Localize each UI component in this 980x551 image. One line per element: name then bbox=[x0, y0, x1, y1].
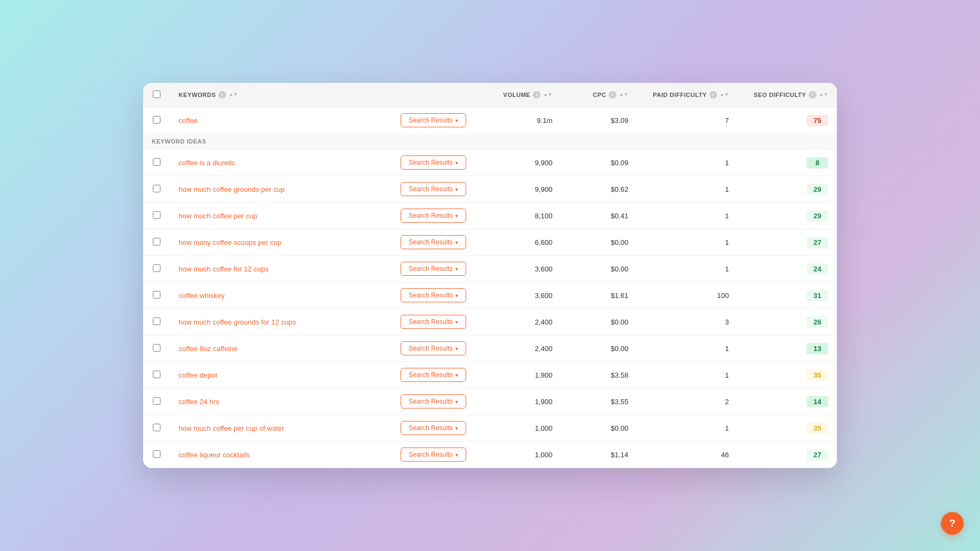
keyword-ideas-label: KEYWORD IDEAS bbox=[143, 134, 837, 150]
volume-header[interactable]: VOLUME i ▲▼ bbox=[485, 83, 561, 107]
keyword-link-7[interactable]: coffee 8oz caffeine bbox=[179, 345, 238, 353]
seo-cell-7: 13 bbox=[738, 335, 837, 362]
results-cell-0: Search Results ▾ bbox=[392, 150, 485, 176]
keyword-link-4[interactable]: how much coffee for 12 cups bbox=[179, 265, 269, 273]
keyword-link-0[interactable]: coffee is a diuretic bbox=[179, 159, 236, 167]
volume-cell-5: 3,600 bbox=[485, 282, 561, 309]
volume-cell-9: 1,900 bbox=[485, 388, 561, 415]
seo-badge-2: 29 bbox=[807, 210, 828, 222]
main-keyword-cell: coffee bbox=[170, 107, 392, 134]
chevron-9: ▾ bbox=[455, 399, 458, 405]
search-results-btn-5[interactable]: Search Results ▾ bbox=[401, 288, 466, 302]
chevron-11: ▾ bbox=[455, 452, 458, 458]
keywords-sort-icon[interactable]: ▲▼ bbox=[229, 93, 238, 97]
cpc-cell-5: $1.61 bbox=[561, 282, 637, 309]
select-all-checkbox[interactable] bbox=[153, 90, 160, 98]
keywords-header[interactable]: KEYWORDS i ▲▼ bbox=[170, 83, 392, 107]
paid-cell-4: 1 bbox=[637, 256, 738, 282]
results-cell-11: Search Results ▾ bbox=[392, 442, 485, 468]
row-checkbox-7[interactable] bbox=[153, 344, 160, 352]
keyword-link-6[interactable]: how much coffee grounds for 12 cups bbox=[179, 318, 296, 326]
keyword-row: coffee depot Search Results ▾ 1,900 $3.5… bbox=[143, 362, 837, 388]
keyword-link-3[interactable]: how many coffee scoops per cup bbox=[179, 238, 282, 247]
row-checkbox-11[interactable] bbox=[153, 450, 160, 458]
keyword-link-1[interactable]: how much coffee grounds per cup bbox=[179, 185, 285, 193]
keyword-link-5[interactable]: coffee whiskey bbox=[179, 291, 225, 300]
results-cell-4: Search Results ▾ bbox=[392, 256, 485, 282]
seo-info-icon[interactable]: i bbox=[809, 91, 816, 99]
volume-info-icon[interactable]: i bbox=[533, 91, 540, 99]
paid-difficulty-header[interactable]: PAID DIFFICULTY i ▲▼ bbox=[637, 83, 738, 107]
keyword-link-9[interactable]: coffee 24 hrs bbox=[179, 398, 220, 406]
row-checkbox-4[interactable] bbox=[153, 264, 160, 272]
row-checkbox-cell-4 bbox=[143, 256, 170, 282]
seo-badge-1: 29 bbox=[807, 184, 828, 195]
search-results-btn-6[interactable]: Search Results ▾ bbox=[401, 315, 466, 329]
search-results-btn-4[interactable]: Search Results ▾ bbox=[401, 262, 466, 276]
search-results-btn-7[interactable]: Search Results ▾ bbox=[401, 341, 466, 355]
keyword-row: coffee whiskey Search Results ▾ 3,600 $1… bbox=[143, 282, 837, 309]
keyword-cell-2: how much coffee per cup bbox=[170, 203, 392, 229]
search-results-btn-9[interactable]: Search Results ▾ bbox=[401, 394, 466, 409]
volume-cell-1: 9,900 bbox=[485, 176, 561, 203]
paid-info-icon[interactable]: i bbox=[710, 91, 717, 99]
search-results-btn-8[interactable]: Search Results ▾ bbox=[401, 368, 466, 382]
main-card: KEYWORDS i ▲▼ VOLUME i ▲▼ bbox=[143, 83, 837, 468]
cpc-sort-icon[interactable]: ▲▼ bbox=[619, 93, 628, 97]
seo-cell-10: 35 bbox=[738, 415, 837, 442]
main-search-results-btn[interactable]: Search Results ▾ bbox=[401, 113, 466, 127]
main-keyword-link[interactable]: coffee bbox=[179, 116, 198, 125]
search-results-btn-2[interactable]: Search Results ▾ bbox=[401, 209, 466, 223]
keyword-row: how much coffee per cup Search Results ▾… bbox=[143, 203, 837, 229]
seo-badge-4: 24 bbox=[807, 263, 828, 275]
row-checkbox-9[interactable] bbox=[153, 397, 160, 405]
row-checkbox-cell-7 bbox=[143, 335, 170, 362]
cpc-cell-11: $1.14 bbox=[561, 442, 637, 468]
search-results-btn-11[interactable]: Search Results ▾ bbox=[401, 448, 466, 462]
row-checkbox-8[interactable] bbox=[153, 371, 160, 378]
seo-badge-10: 35 bbox=[807, 423, 828, 434]
cpc-header[interactable]: CPC i ▲▼ bbox=[561, 83, 637, 107]
main-seo-cell: 75 bbox=[738, 107, 837, 134]
paid-sort-icon[interactable]: ▲▼ bbox=[720, 93, 729, 97]
seo-badge-11: 27 bbox=[807, 449, 828, 461]
row-checkbox-cell-6 bbox=[143, 309, 170, 335]
volume-cell-4: 3,600 bbox=[485, 256, 561, 282]
seo-difficulty-header[interactable]: SEO DIFFICULTY i ▲▼ bbox=[738, 83, 837, 107]
search-results-btn-0[interactable]: Search Results ▾ bbox=[401, 155, 466, 170]
select-all-header bbox=[143, 83, 170, 107]
results-cell-6: Search Results ▾ bbox=[392, 309, 485, 335]
results-label-11: Search Results bbox=[409, 451, 453, 458]
keyword-link-11[interactable]: coffee liqueur cocktails bbox=[179, 451, 250, 459]
volume-cell-0: 9,900 bbox=[485, 150, 561, 176]
keywords-info-icon[interactable]: i bbox=[218, 91, 226, 99]
row-checkbox-1[interactable] bbox=[153, 185, 160, 192]
volume-cell-8: 1,900 bbox=[485, 362, 561, 388]
volume-sort-icon[interactable]: ▲▼ bbox=[543, 93, 552, 97]
row-checkbox-3[interactable] bbox=[153, 238, 160, 245]
row-checkbox-10[interactable] bbox=[153, 424, 160, 431]
keyword-cell-10: how much coffee per cup of water bbox=[170, 415, 392, 442]
row-checkbox-5[interactable] bbox=[153, 291, 160, 299]
results-label-10: Search Results bbox=[409, 424, 453, 432]
cpc-cell-2: $0.41 bbox=[561, 203, 637, 229]
row-checkbox-6[interactable] bbox=[153, 317, 160, 325]
seo-sort-icon[interactable]: ▲▼ bbox=[819, 93, 828, 97]
row-checkbox-2[interactable] bbox=[153, 211, 160, 219]
main-results-chevron: ▾ bbox=[455, 118, 458, 124]
search-results-btn-3[interactable]: Search Results ▾ bbox=[401, 235, 466, 249]
paid-cell-0: 1 bbox=[637, 150, 738, 176]
search-results-btn-10[interactable]: Search Results ▾ bbox=[401, 421, 466, 435]
cpc-info-icon[interactable]: i bbox=[609, 91, 616, 99]
search-results-btn-1[interactable]: Search Results ▾ bbox=[401, 182, 466, 196]
keyword-link-10[interactable]: how much coffee per cup of water bbox=[179, 424, 285, 432]
help-button[interactable]: ? bbox=[941, 512, 964, 535]
main-row-checkbox[interactable] bbox=[153, 116, 160, 124]
keyword-link-2[interactable]: how much coffee per cup bbox=[179, 212, 257, 220]
cpc-cell-0: $0.09 bbox=[561, 150, 637, 176]
results-cell-10: Search Results ▾ bbox=[392, 415, 485, 442]
row-checkbox-cell-10 bbox=[143, 415, 170, 442]
keyword-link-8[interactable]: coffee depot bbox=[179, 371, 217, 379]
row-checkbox-0[interactable] bbox=[153, 158, 160, 166]
chevron-10: ▾ bbox=[455, 425, 458, 431]
